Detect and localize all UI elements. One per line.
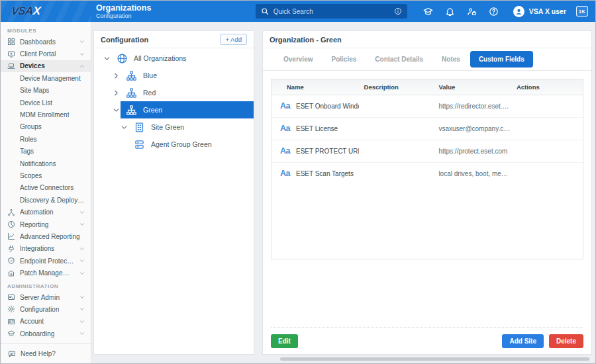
sidebar-item-groups[interactable]: Groups	[1, 121, 91, 133]
custom-field-name-label: ESET PROTECT URL Prefix	[296, 148, 359, 155]
chevron-right-icon[interactable]	[111, 88, 121, 97]
sidebar-item-devices[interactable]: Devices	[1, 60, 91, 72]
tree-row-green[interactable]: Green	[94, 101, 254, 118]
page-subtitle: Configuration	[96, 13, 151, 19]
logo-area[interactable]: VSAX	[1, 1, 91, 22]
organization-icon	[126, 70, 137, 81]
quick-search-box[interactable]	[256, 4, 407, 19]
globe-icon	[117, 53, 128, 64]
account-icon	[7, 318, 15, 326]
column-header-value: Value	[433, 79, 511, 95]
user-management-icon[interactable]	[467, 7, 477, 17]
tab-contact-details[interactable]: Contact Details	[366, 51, 432, 68]
tab-custom-fields[interactable]: Custom Fields	[470, 51, 533, 68]
sidebar-item-notifications[interactable]: Notifications	[1, 158, 91, 169]
table-row-eset-scan-targets[interactable]: AaESET Scan Targetslocal drives, boot, m…	[272, 162, 583, 185]
chevron-down-icon	[79, 318, 85, 325]
sidebar-item-scopes[interactable]: Scopes	[1, 169, 91, 181]
cell-actions	[511, 117, 583, 140]
sidebar-item-automation[interactable]: Automation	[1, 206, 91, 218]
footer-divider	[271, 327, 583, 328]
sidebar-item-tags[interactable]: Tags	[1, 146, 91, 158]
chevron-down-icon[interactable]	[119, 122, 128, 132]
tree-row-blue[interactable]: Blue	[94, 67, 254, 84]
chevron-down-icon[interactable]	[111, 105, 121, 114]
user-menu[interactable]: VSA X user	[513, 6, 566, 17]
dashboards-icon	[7, 38, 15, 46]
sidebar-item-configuration[interactable]: Configuration	[1, 303, 91, 315]
training-cap-icon[interactable]	[423, 7, 433, 17]
sidebar-section-label-modules: MODULES	[1, 24, 91, 36]
chevron-up-icon	[79, 63, 85, 69]
table-row-eset-license[interactable]: AaESET Licensevsaxuser@company.com ABC-	[272, 117, 583, 140]
sidebar-item-site-maps[interactable]: Site Maps	[1, 85, 91, 97]
cell-actions	[511, 162, 583, 185]
column-header-description: Description	[359, 79, 434, 95]
chevron-down-icon	[79, 257, 85, 264]
sidebar-item-device-list[interactable]: Device List	[1, 97, 91, 109]
sidebar-item-reporting[interactable]: Reporting	[1, 218, 91, 230]
custom-field-name-label: ESET Scan Targets	[296, 170, 354, 177]
search-input[interactable]	[273, 8, 389, 15]
configuration-panel: Configuration + Add All OrganizationsBlu…	[93, 30, 254, 355]
need-help-button[interactable]: Need Help?	[1, 343, 91, 363]
kaseya-badge[interactable]: 1K	[576, 6, 588, 17]
add-organization-button[interactable]: + Add	[220, 34, 247, 45]
delete-button[interactable]: Delete	[549, 334, 583, 348]
page-title: Organizations	[96, 3, 151, 13]
sidebar-item-account[interactable]: Account	[1, 316, 91, 328]
sidebar-item-mdm-enrollment[interactable]: MDM Enrollment	[1, 109, 91, 120]
sidebar-item-endpoint-protection[interactable]: Endpoint Protection	[1, 255, 91, 267]
sidebar-item-label: Reporting	[20, 221, 48, 228]
column-header-name: Name	[272, 79, 359, 95]
sidebar-item-label: Groups	[20, 123, 42, 130]
tree-node-agent-group-green[interactable]: Agent Group Green	[128, 136, 254, 153]
tree-row-all-organizations[interactable]: All Organizations	[94, 50, 254, 67]
sidebar-item-label: Notifications	[20, 160, 56, 167]
cell-description	[359, 162, 434, 185]
table-row-eset-protect-url-prefix[interactable]: AaESET PROTECT URL Prefixhttps://protect…	[272, 140, 583, 162]
tab-notes[interactable]: Notes	[433, 51, 469, 68]
chevron-right-icon[interactable]	[111, 71, 121, 80]
sidebar-item-dashboards[interactable]: Dashboards	[1, 36, 91, 48]
sidebar-item-advanced-reporting[interactable]: Advanced Reporting	[1, 230, 91, 242]
configuration-panel-title: Configuration	[101, 36, 148, 44]
notifications-bell-icon[interactable]	[445, 7, 455, 17]
onboarding-icon	[7, 330, 15, 338]
configuration-icon	[7, 305, 15, 313]
add-site-button[interactable]: Add Site	[502, 334, 544, 348]
tree-node-site-green[interactable]: Site Green	[128, 118, 254, 136]
help-icon[interactable]	[489, 7, 499, 17]
sidebar: MODULESDashboardsClient PortalDevicesDev…	[1, 22, 91, 363]
info-icon[interactable]	[394, 7, 402, 15]
tree-row-agent-group-green[interactable]: Agent Group Green	[94, 136, 254, 153]
sidebar-item-patch-management[interactable]: Patch Management	[1, 267, 91, 279]
tree-node-all-organizations[interactable]: All Organizations	[111, 50, 254, 67]
custom-fields-table: NameDescriptionValueActions AaESET Onboa…	[272, 79, 583, 185]
sidebar-item-integrations[interactable]: Integrations	[1, 243, 91, 255]
sidebar-item-server-admin[interactable]: Server Admin	[1, 291, 91, 303]
sidebar-item-client-portal[interactable]: Client Portal	[1, 48, 91, 60]
tree-row-site-green[interactable]: Site Green	[94, 118, 254, 136]
sidebar-item-discovery-deployment[interactable]: Discovery & Deployment	[1, 194, 91, 206]
tree-node-green[interactable]: Green	[121, 101, 254, 118]
sidebar-item-label: Account	[20, 318, 44, 325]
sidebar-item-roles[interactable]: Roles	[1, 133, 91, 145]
table-row-eset-onboard-windows[interactable]: AaESET Onboard Windowshttps://redirector…	[272, 95, 583, 117]
sidebar-item-onboarding[interactable]: Onboarding	[1, 328, 91, 340]
sidebar-item-device-management[interactable]: Device Management	[1, 72, 91, 84]
sidebar-item-active-connectors[interactable]: Active Connectors	[1, 182, 91, 194]
site-icon	[134, 122, 145, 133]
tab-overview[interactable]: Overview	[275, 51, 321, 68]
tree-row-red[interactable]: Red	[94, 84, 254, 101]
tree-node-blue[interactable]: Blue	[121, 67, 254, 84]
organization-panel-title: Organization - Green	[270, 36, 342, 44]
tree-node-red[interactable]: Red	[121, 84, 254, 101]
sidebar-item-label: Patch Management	[20, 269, 74, 277]
custom-fields-table-container: NameDescriptionValueActions AaESET Onboa…	[271, 79, 583, 259]
tree-node-label: Site Green	[151, 123, 184, 131]
chevron-down-icon[interactable]	[102, 54, 111, 63]
tab-policies[interactable]: Policies	[323, 51, 365, 68]
horizontal-scrollbar[interactable]	[280, 357, 589, 361]
edit-button[interactable]: Edit	[271, 334, 298, 348]
